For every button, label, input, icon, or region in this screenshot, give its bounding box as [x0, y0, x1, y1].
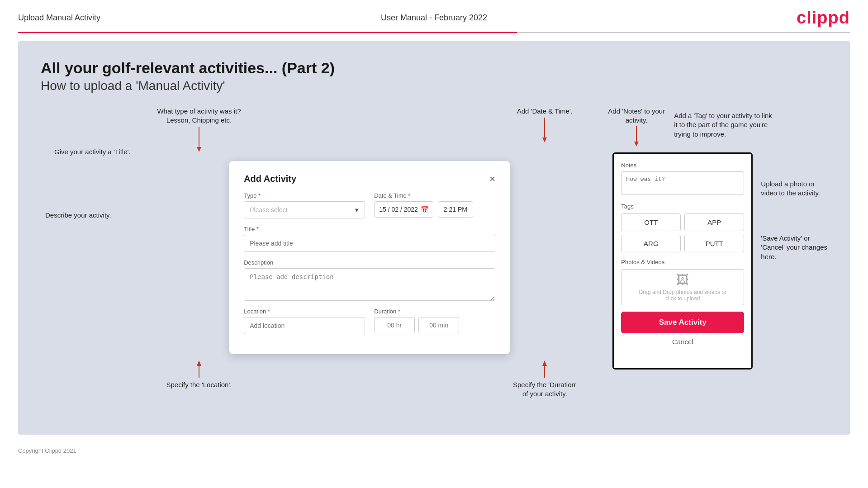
save-activity-button[interactable]: Save Activity: [621, 312, 744, 333]
description-label: Description: [244, 259, 495, 266]
time-input[interactable]: 2:21 PM: [438, 201, 473, 218]
center-area: What type of activity was it? Lesson, Ch…: [145, 107, 594, 399]
description-row: Description: [244, 259, 495, 301]
duration-inputs: [374, 317, 495, 333]
photos-label: Photos & Videos: [621, 259, 744, 265]
title-input[interactable]: [244, 235, 495, 252]
notes-label: Notes: [621, 162, 744, 169]
top-annotations: What type of activity was it? Lesson, Ch…: [145, 107, 594, 161]
location-arrow-up: [190, 360, 208, 379]
page-title: All your golf-relevant activities... (Pa…: [41, 59, 827, 77]
description-input[interactable]: [244, 268, 495, 301]
save-annotation: 'Save Activity' or 'Cancel' your changes…: [761, 234, 827, 261]
tags-label: Tags: [621, 203, 744, 210]
content-area: Give your activity a 'Title'. Describe y…: [41, 107, 827, 399]
left-annotations: Give your activity a 'Title'. Describe y…: [41, 107, 145, 234]
duration-arrow-up: [536, 360, 554, 379]
phone-panel: Notes Tags OTT APP ARG PUTT Photos & Vid…: [612, 152, 753, 370]
location-label: Location *: [244, 308, 365, 315]
type-group: Type * Please select ▼: [244, 192, 365, 218]
photo-annotation: Upload a photo or video to the activity.: [761, 180, 827, 198]
duration-annotation: Specify the 'Duration' of your activity.: [499, 360, 590, 399]
duration-label: Duration *: [374, 308, 495, 315]
tag-annotation: Add a 'Tag' to your activity to link it …: [674, 107, 773, 139]
photo-icon: 🖼: [676, 272, 689, 287]
notes-annotation-area: Add 'Notes' to your activity. Add a 'Tag…: [608, 107, 773, 149]
header: Upload Manual Activity User Manual - Feb…: [0, 0, 868, 32]
duration-hr-input[interactable]: [374, 317, 415, 333]
notes-arrow: [627, 126, 645, 149]
date-input[interactable]: 15 / 02 / 2022 📅: [374, 201, 433, 218]
notes-input[interactable]: [621, 171, 744, 195]
tag-arg[interactable]: ARG: [621, 235, 681, 252]
photos-drop-text: Drag and Drop photos and videos or click…: [639, 289, 726, 302]
tag-ott[interactable]: OTT: [621, 213, 681, 231]
svg-marker-3: [542, 137, 547, 142]
describe-annotation: Describe your activity.: [41, 211, 145, 220]
datetime-label: Date & Time *: [374, 192, 495, 199]
tag-app[interactable]: APP: [684, 213, 744, 231]
location-group: Location *: [244, 308, 365, 334]
activity-type-arrow: [190, 127, 208, 154]
dialog-header: Add Activity ×: [244, 174, 495, 184]
logo: clippd: [797, 8, 850, 28]
tags-grid: OTT APP ARG PUTT: [621, 213, 744, 252]
datetime-group: Date & Time * 15 / 02 / 2022 📅 2:21 PM: [374, 192, 495, 218]
type-select[interactable]: Please select: [244, 201, 365, 218]
svg-marker-6: [542, 360, 547, 366]
header-divider: [18, 32, 850, 33]
close-button[interactable]: ×: [489, 174, 495, 184]
description-group: Description: [244, 259, 495, 301]
location-duration-row: Location * Duration *: [244, 308, 495, 334]
footer-text: Copyright Clippd 2021: [18, 447, 76, 454]
calendar-icon: 📅: [421, 206, 428, 213]
right-side-annotations: Upload a photo or video to the activity.…: [761, 152, 827, 261]
date-value: 15 / 02 / 2022: [379, 206, 418, 213]
duration-group: Duration *: [374, 308, 495, 334]
datetime-arrow: [536, 118, 554, 145]
page-subtitle: How to upload a 'Manual Activity': [41, 79, 827, 93]
dialog-title: Add Activity: [244, 174, 296, 184]
cancel-button[interactable]: Cancel: [621, 338, 744, 346]
svg-marker-4: [197, 360, 201, 366]
svg-marker-1: [197, 147, 201, 152]
date-time-inputs: 15 / 02 / 2022 📅 2:21 PM: [374, 201, 495, 218]
footer: Copyright Clippd 2021: [0, 443, 868, 459]
title-row: Title *: [244, 226, 495, 252]
svg-marker-9: [634, 142, 639, 147]
title-label: Title *: [244, 226, 495, 232]
add-activity-dialog: Add Activity × Type * Please select: [229, 161, 510, 354]
header-left: Upload Manual Activity: [18, 13, 100, 23]
title-group: Title *: [244, 226, 495, 252]
main-content: All your golf-relevant activities... (Pa…: [18, 41, 850, 435]
right-area: Add 'Notes' to your activity. Add a 'Tag…: [608, 107, 827, 370]
phone-and-right-anns: Notes Tags OTT APP ARG PUTT Photos & Vid…: [608, 152, 827, 370]
time-value: 2:21 PM: [444, 206, 467, 213]
type-label: Type *: [244, 192, 365, 199]
location-input[interactable]: [244, 317, 365, 334]
photos-drop-zone[interactable]: 🖼 Drag and Drop photos and videos or cli…: [621, 269, 744, 305]
type-select-wrapper: Please select ▼: [244, 201, 365, 218]
header-center: User Manual - February 2022: [381, 13, 487, 23]
bottom-annotations: Specify the 'Location'. Specify the 'Dur…: [145, 360, 594, 399]
type-datetime-row: Type * Please select ▼ Date &: [244, 192, 495, 218]
datetime-annotation: Add 'Date & Time'.: [499, 107, 590, 161]
activity-type-annotation: What type of activity was it? Lesson, Ch…: [149, 107, 249, 161]
tag-putt[interactable]: PUTT: [684, 235, 744, 252]
notes-annotation: Add 'Notes' to your activity.: [608, 107, 665, 149]
title-annotation: Give your activity a 'Title'.: [41, 147, 145, 156]
duration-min-input[interactable]: [418, 317, 459, 333]
location-annotation: Specify the 'Location'.: [149, 360, 249, 399]
